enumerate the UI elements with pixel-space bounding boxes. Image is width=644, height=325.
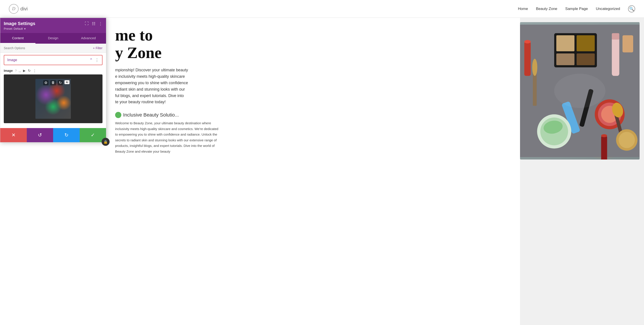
page-description: Welcome to Beauty Zone, your ultimate be… [115,120,222,154]
preset-label: Preset: Default [4,27,23,30]
nav-link-home[interactable]: Home [518,7,528,11]
svg-rect-4 [556,53,574,65]
main-area: Image Settings ⛶ ☷ ⋮ Preset: Default ▼ C… [0,18,644,325]
nav-link-beauty-zone[interactable]: Beauty Zone [536,7,557,11]
lock-icon[interactable]: 🔒 [102,138,110,146]
hero-body-text: mpionship! Discover your ultimate beauty… [115,67,208,105]
nav-link-sample-page[interactable]: Sample Page [565,7,588,11]
tab-content[interactable]: Content [0,33,36,44]
search-icon[interactable]: 🔍 [628,5,635,13]
svg-rect-5 [577,53,595,65]
svg-rect-2 [556,35,574,51]
ai-badge: AI [64,80,70,84]
cancel-button[interactable]: ✕ [0,128,27,142]
nav-links: Home Beauty Zone Sample Page Uncategoriz… [518,5,635,13]
cosmetics-image-inner [520,22,640,160]
svg-rect-6 [524,42,531,76]
fullscreen-icon[interactable]: ⛶ [85,21,89,26]
preset-dropdown-arrow: ▼ [24,28,26,30]
more-options-icon[interactable]: ⋮ [98,21,102,26]
cosmetics-product-image [520,22,640,160]
subheading: Inclusive Beauty Solutio... [115,112,507,118]
panel-tabs: Content Design Advanced [0,33,106,44]
svg-point-27 [554,74,605,108]
svg-rect-10 [622,35,633,52]
mobile-icon[interactable]: ⎵ [19,69,21,73]
site-logo[interactable]: D divi [9,4,28,14]
hero-text: me to y Zone [115,27,507,62]
redo-button[interactable]: ↻ [53,128,80,142]
cosmetics-svg [520,22,640,160]
tab-advanced[interactable]: Advanced [71,33,106,44]
svg-rect-21 [601,136,607,160]
svg-rect-3 [577,35,595,51]
svg-point-17 [532,59,537,76]
svg-rect-8 [612,38,620,76]
hero-line-1: me to [115,27,507,44]
image-preview-area: AI ⚙ 🗑 ↻ [4,75,102,123]
search-input[interactable] [4,46,91,50]
section-header-right: ⌃ ⋮ [90,58,99,63]
panel-action-bar: ✕ ↺ ↻ ✓ 🔒 [0,128,106,142]
help-icon[interactable]: ? [15,69,16,73]
panel-header-icons: ⛶ ☷ ⋮ [85,21,102,26]
section-more-icon[interactable]: ⋮ [95,58,99,63]
subheading-text: Inclusive Beauty Solutio... [123,112,179,118]
right-image-area [520,18,644,325]
nav-link-uncategorized[interactable]: Uncategorized [596,7,620,11]
image-reset-icon[interactable]: ↻ [58,80,63,85]
section-label: Image [7,58,17,62]
panel-header-top: Image Settings ⛶ ☷ ⋮ [4,21,102,26]
select-icon[interactable]: ▶ [23,69,26,73]
image-preview-container: AI ⚙ 🗑 ↻ [36,79,71,119]
top-navigation: D divi Home Beauty Zone Sample Page Unca… [0,0,644,18]
svg-point-26 [619,132,635,148]
undo-button[interactable]: ↺ [27,128,53,142]
svg-point-22 [601,134,607,137]
section-header: Image ⌃ ⋮ [4,55,102,65]
green-circle-icon [115,112,121,118]
panel-header: Image Settings ⛶ ☷ ⋮ Preset: Default ▼ [0,18,106,33]
sub-toolbar-image-label: Image [4,69,12,73]
image-action-icons: ⚙ 🗑 ↻ [43,80,63,85]
divi-image-settings-panel: Image Settings ⛶ ☷ ⋮ Preset: Default ▼ C… [0,18,106,142]
image-settings-icon[interactable]: ⚙ [43,80,48,85]
logo-circle: D [9,4,18,14]
panel-image-section: Image ⌃ ⋮ Image ? ⎵ ▶ ↻ ⋮ AI [0,53,106,128]
image-sub-toolbar: Image ? ⎵ ▶ ↻ ⋮ [4,68,102,75]
collapse-icon[interactable]: ⌃ [90,58,93,63]
panel-preset[interactable]: Preset: Default ▼ [4,27,102,30]
panel-search-bar: + Filter [0,44,106,53]
tab-design[interactable]: Design [36,33,70,44]
image-delete-icon[interactable]: 🗑 [50,80,56,85]
svg-rect-9 [612,33,620,40]
sub-toolbar-more-icon[interactable]: ⋮ [33,69,36,73]
filter-button[interactable]: + Filter [93,46,102,50]
svg-point-7 [524,40,531,44]
logo-text: divi [20,6,28,12]
reset-icon[interactable]: ↻ [28,69,31,73]
section-header-left: Image [7,58,17,62]
grid-icon[interactable]: ☷ [92,21,96,26]
hero-line-2: y Zone [115,44,507,62]
panel-title: Image Settings [4,21,35,26]
